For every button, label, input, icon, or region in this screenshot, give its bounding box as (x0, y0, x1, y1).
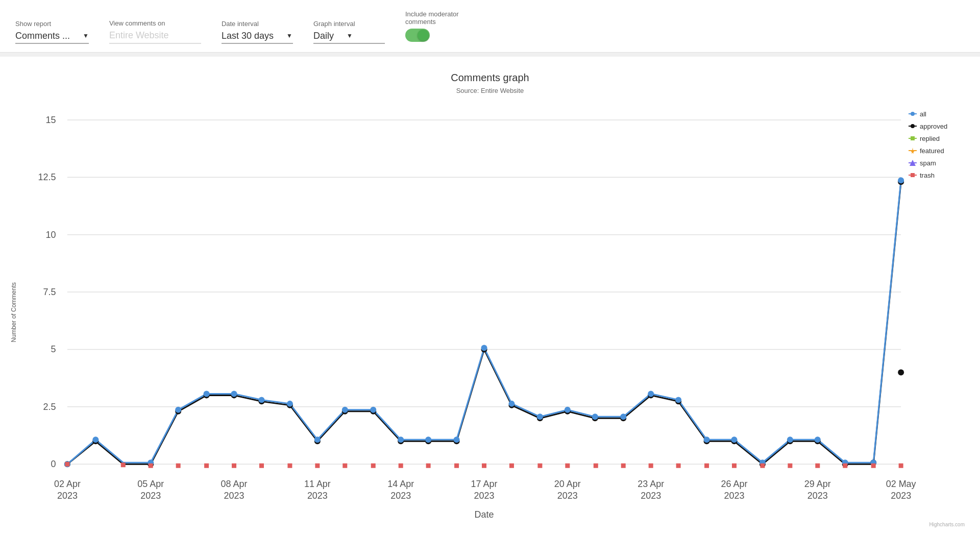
svg-rect-108 (399, 464, 403, 468)
svg-rect-118 (676, 464, 681, 468)
svg-point-84 (565, 407, 571, 413)
svg-point-88 (675, 397, 681, 403)
chart-container: Comments graph Source: Entire Website Nu… (0, 57, 980, 538)
moderator-toggle[interactable] (405, 29, 459, 42)
date-interval-arrow: ▼ (286, 32, 292, 39)
svg-point-87 (648, 391, 654, 397)
svg-point-76 (342, 407, 348, 413)
legend-icon-replied (909, 134, 917, 142)
view-comments-control: View comments on Entire Website (109, 19, 201, 44)
svg-rect-113 (537, 464, 542, 468)
svg-point-70 (175, 407, 181, 413)
svg-point-79 (425, 436, 431, 443)
svg-point-73 (259, 397, 265, 403)
show-report-label: Show report (15, 20, 89, 28)
svg-text:11 Apr: 11 Apr (304, 479, 331, 489)
toggle-track[interactable] (405, 29, 430, 42)
date-interval-control: Date interval Last 30 days ▼ (222, 20, 293, 44)
legend-label-spam: spam (920, 159, 936, 167)
graph-interval-control: Graph interval Daily ▼ (313, 20, 385, 44)
svg-rect-107 (371, 464, 376, 468)
graph-interval-arrow: ▼ (347, 32, 353, 39)
svg-rect-124 (843, 464, 847, 468)
svg-text:2023: 2023 (307, 491, 328, 501)
svg-text:10: 10 (45, 230, 56, 240)
legend-label-featured: featured (920, 147, 944, 155)
svg-text:7.5: 7.5 (43, 287, 56, 297)
chart-area: Number of Comments .grid-line { stroke: … (10, 105, 970, 520)
svg-rect-119 (704, 464, 709, 468)
legend-item-featured: featured (909, 147, 970, 155)
svg-point-75 (314, 436, 321, 443)
svg-text:29 Apr: 29 Apr (804, 479, 831, 489)
legend-label-trash: trash (920, 172, 935, 179)
svg-rect-114 (565, 464, 570, 468)
svg-text:20 Apr: 20 Apr (554, 479, 581, 489)
svg-text:23 Apr: 23 Apr (638, 479, 664, 489)
svg-point-74 (287, 401, 293, 407)
svg-text:2023: 2023 (724, 491, 745, 501)
svg-point-80 (454, 436, 460, 443)
svg-text:2023: 2023 (891, 491, 911, 501)
svg-point-96 (898, 177, 904, 183)
separator (0, 53, 980, 57)
toggle-thumb (418, 30, 429, 41)
svg-text:26 Apr: 26 Apr (721, 479, 748, 489)
graph-interval-select[interactable]: Daily (313, 31, 345, 41)
legend-icon-featured (909, 147, 917, 155)
svg-rect-133 (911, 136, 915, 140)
svg-rect-110 (454, 464, 459, 468)
view-comments-value[interactable]: Entire Website (109, 30, 201, 44)
svg-text:2023: 2023 (140, 491, 161, 501)
svg-rect-112 (509, 464, 514, 468)
svg-point-131 (911, 124, 915, 128)
svg-text:2023: 2023 (641, 491, 661, 501)
svg-text:15: 15 (45, 115, 56, 125)
svg-rect-123 (815, 464, 820, 468)
svg-rect-98 (121, 462, 126, 467)
svg-text:2023: 2023 (557, 491, 578, 501)
svg-rect-116 (621, 464, 626, 468)
svg-text:0: 0 (51, 459, 56, 469)
svg-rect-97 (65, 462, 69, 467)
legend-icon-approved (909, 122, 917, 130)
show-report-select[interactable]: Comments ... (15, 31, 81, 41)
svg-text:12.5: 12.5 (38, 172, 56, 182)
svg-point-90 (731, 436, 738, 443)
date-interval-select-wrap[interactable]: Last 30 days ▼ (222, 31, 293, 44)
svg-point-92 (787, 436, 793, 443)
svg-rect-115 (594, 464, 598, 468)
svg-point-127 (898, 369, 904, 375)
legend-label-replied: replied (920, 135, 940, 142)
svg-text:5: 5 (51, 344, 56, 354)
legend-item-all: all (909, 110, 970, 118)
date-interval-select[interactable]: Last 30 days (222, 31, 284, 41)
chart-svg: .grid-line { stroke: #e0e0e0; stroke-wid… (21, 105, 970, 518)
svg-rect-126 (899, 464, 903, 468)
legend-icon-trash (909, 171, 917, 179)
show-report-control: Show report Comments ... ▼ (15, 20, 89, 44)
graph-interval-label: Graph interval (313, 20, 385, 28)
show-report-select-wrap[interactable]: Comments ... ▼ (15, 31, 89, 44)
legend-label-approved: approved (920, 123, 947, 130)
svg-point-68 (92, 436, 99, 443)
legend-icon-spam (909, 159, 917, 167)
svg-rect-120 (732, 464, 737, 468)
svg-text:17 Apr: 17 Apr (471, 479, 498, 489)
svg-text:2023: 2023 (57, 491, 78, 501)
svg-point-71 (204, 391, 210, 397)
include-moderator-control: Include moderator comments (405, 10, 459, 44)
svg-text:08 Apr: 08 Apr (221, 479, 248, 489)
svg-point-82 (508, 401, 514, 407)
y-axis-label: Number of Comments (10, 282, 17, 342)
svg-point-81 (481, 345, 487, 351)
graph-interval-select-wrap[interactable]: Daily ▼ (313, 31, 385, 44)
svg-point-72 (231, 391, 237, 397)
svg-point-89 (704, 436, 710, 443)
svg-text:2023: 2023 (390, 491, 411, 501)
svg-rect-111 (482, 464, 486, 468)
svg-text:02 May: 02 May (886, 479, 916, 489)
legend-item-trash: trash (909, 171, 970, 179)
legend-item-spam: spam (909, 159, 970, 167)
svg-text:14 Apr: 14 Apr (387, 479, 414, 489)
